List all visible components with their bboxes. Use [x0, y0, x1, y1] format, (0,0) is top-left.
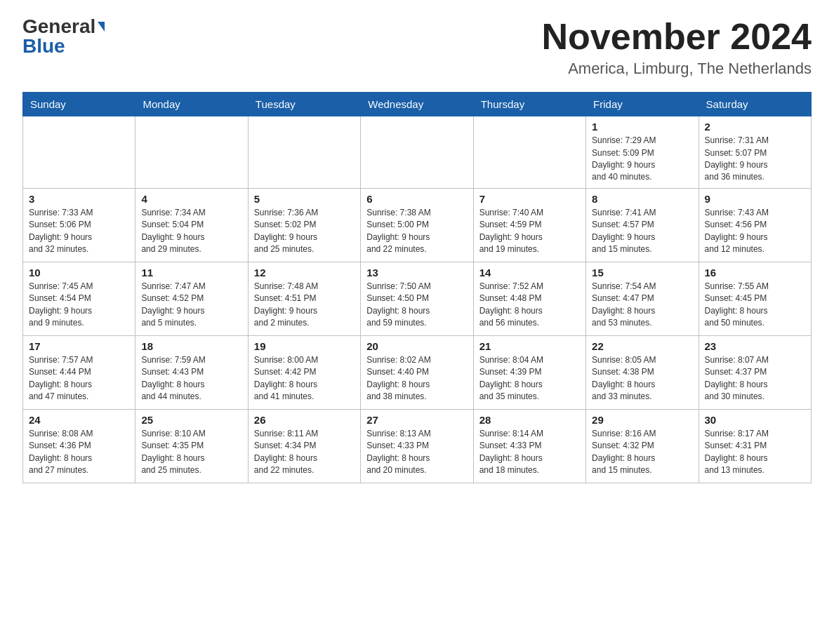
day-number: 28 [479, 414, 580, 426]
calendar-cell: 18Sunrise: 7:59 AM Sunset: 4:43 PM Dayli… [135, 335, 248, 409]
day-info: Sunrise: 8:13 AM Sunset: 4:33 PM Dayligh… [366, 428, 467, 477]
day-number: 4 [141, 193, 241, 205]
day-info: Sunrise: 8:08 AM Sunset: 4:36 PM Dayligh… [29, 428, 129, 477]
day-number: 23 [705, 340, 805, 352]
logo-general-text: General [22, 17, 95, 36]
week-row-1: 1Sunrise: 7:29 AM Sunset: 5:09 PM Daylig… [23, 116, 812, 189]
day-number: 11 [141, 267, 241, 279]
day-info: Sunrise: 8:02 AM Sunset: 4:40 PM Dayligh… [366, 354, 467, 403]
day-number: 9 [705, 193, 805, 205]
location-title: America, Limburg, The Netherlands [542, 60, 812, 78]
day-info: Sunrise: 8:11 AM Sunset: 4:34 PM Dayligh… [254, 428, 355, 477]
day-info: Sunrise: 7:40 AM Sunset: 4:59 PM Dayligh… [479, 207, 580, 256]
calendar-cell: 26Sunrise: 8:11 AM Sunset: 4:34 PM Dayli… [248, 409, 360, 483]
calendar-cell: 11Sunrise: 7:47 AM Sunset: 4:52 PM Dayli… [135, 262, 248, 335]
day-info: Sunrise: 7:57 AM Sunset: 4:44 PM Dayligh… [29, 354, 129, 403]
calendar-cell [248, 116, 360, 189]
calendar-cell: 12Sunrise: 7:48 AM Sunset: 4:51 PM Dayli… [248, 262, 360, 335]
day-info: Sunrise: 7:52 AM Sunset: 4:48 PM Dayligh… [479, 281, 580, 330]
calendar-cell [135, 116, 248, 189]
week-row-2: 3Sunrise: 7:33 AM Sunset: 5:06 PM Daylig… [23, 188, 812, 262]
day-number: 18 [141, 340, 241, 352]
logo-triangle-icon [98, 22, 105, 32]
logo-blue-text: Blue [22, 36, 65, 56]
weekday-header-monday: Monday [135, 93, 248, 116]
day-info: Sunrise: 7:34 AM Sunset: 5:04 PM Dayligh… [141, 207, 241, 256]
calendar-cell: 23Sunrise: 8:07 AM Sunset: 4:37 PM Dayli… [699, 335, 811, 409]
week-row-4: 17Sunrise: 7:57 AM Sunset: 4:44 PM Dayli… [23, 335, 812, 409]
day-number: 29 [592, 414, 692, 426]
weekday-header-saturday: Saturday [699, 93, 811, 116]
calendar-cell: 29Sunrise: 8:16 AM Sunset: 4:32 PM Dayli… [586, 409, 699, 483]
day-number: 24 [29, 414, 129, 426]
day-number: 21 [479, 340, 580, 352]
day-info: Sunrise: 7:45 AM Sunset: 4:54 PM Dayligh… [29, 281, 129, 330]
day-number: 27 [366, 414, 467, 426]
weekday-header-wednesday: Wednesday [361, 93, 473, 116]
calendar-cell: 8Sunrise: 7:41 AM Sunset: 4:57 PM Daylig… [586, 188, 699, 262]
calendar-cell: 19Sunrise: 8:00 AM Sunset: 4:42 PM Dayli… [248, 335, 360, 409]
calendar-cell: 14Sunrise: 7:52 AM Sunset: 4:48 PM Dayli… [473, 262, 585, 335]
calendar-cell: 21Sunrise: 8:04 AM Sunset: 4:39 PM Dayli… [473, 335, 585, 409]
calendar-cell: 27Sunrise: 8:13 AM Sunset: 4:33 PM Dayli… [361, 409, 473, 483]
day-info: Sunrise: 7:47 AM Sunset: 4:52 PM Dayligh… [141, 281, 241, 330]
day-number: 19 [254, 340, 355, 352]
day-info: Sunrise: 7:33 AM Sunset: 5:06 PM Dayligh… [29, 207, 129, 256]
day-info: Sunrise: 7:29 AM Sunset: 5:09 PM Dayligh… [592, 135, 692, 184]
day-number: 12 [254, 267, 355, 279]
calendar-table: SundayMondayTuesdayWednesdayThursdayFrid… [22, 92, 812, 483]
day-info: Sunrise: 8:07 AM Sunset: 4:37 PM Dayligh… [705, 354, 805, 403]
day-info: Sunrise: 7:48 AM Sunset: 4:51 PM Dayligh… [254, 281, 355, 330]
day-number: 3 [29, 193, 129, 205]
calendar-cell: 17Sunrise: 7:57 AM Sunset: 4:44 PM Dayli… [23, 335, 135, 409]
day-info: Sunrise: 8:05 AM Sunset: 4:38 PM Dayligh… [592, 354, 692, 403]
calendar-cell [23, 116, 135, 189]
day-number: 10 [29, 267, 129, 279]
day-info: Sunrise: 7:41 AM Sunset: 4:57 PM Dayligh… [592, 207, 692, 256]
week-row-5: 24Sunrise: 8:08 AM Sunset: 4:36 PM Dayli… [23, 409, 812, 483]
day-info: Sunrise: 8:17 AM Sunset: 4:31 PM Dayligh… [705, 428, 805, 477]
day-number: 20 [366, 340, 467, 352]
calendar-cell: 9Sunrise: 7:43 AM Sunset: 4:56 PM Daylig… [699, 188, 811, 262]
day-number: 22 [592, 340, 692, 352]
weekday-header-friday: Friday [586, 93, 699, 116]
day-number: 13 [366, 267, 467, 279]
calendar-cell: 4Sunrise: 7:34 AM Sunset: 5:04 PM Daylig… [135, 188, 248, 262]
weekday-header-thursday: Thursday [473, 93, 585, 116]
day-number: 5 [254, 193, 355, 205]
weekday-header-row: SundayMondayTuesdayWednesdayThursdayFrid… [23, 93, 812, 116]
day-info: Sunrise: 7:59 AM Sunset: 4:43 PM Dayligh… [141, 354, 241, 403]
day-info: Sunrise: 7:54 AM Sunset: 4:47 PM Dayligh… [592, 281, 692, 330]
week-row-3: 10Sunrise: 7:45 AM Sunset: 4:54 PM Dayli… [23, 262, 812, 335]
calendar-cell: 20Sunrise: 8:02 AM Sunset: 4:40 PM Dayli… [361, 335, 473, 409]
calendar-cell: 5Sunrise: 7:36 AM Sunset: 5:02 PM Daylig… [248, 188, 360, 262]
day-number: 14 [479, 267, 580, 279]
day-number: 25 [141, 414, 241, 426]
day-number: 8 [592, 193, 692, 205]
day-number: 15 [592, 267, 692, 279]
calendar-cell: 1Sunrise: 7:29 AM Sunset: 5:09 PM Daylig… [586, 116, 699, 189]
day-number: 6 [366, 193, 467, 205]
day-info: Sunrise: 8:10 AM Sunset: 4:35 PM Dayligh… [141, 428, 241, 477]
calendar-cell: 3Sunrise: 7:33 AM Sunset: 5:06 PM Daylig… [23, 188, 135, 262]
day-info: Sunrise: 7:43 AM Sunset: 4:56 PM Dayligh… [705, 207, 805, 256]
day-info: Sunrise: 8:14 AM Sunset: 4:33 PM Dayligh… [479, 428, 580, 477]
calendar-cell: 25Sunrise: 8:10 AM Sunset: 4:35 PM Dayli… [135, 409, 248, 483]
calendar-cell: 15Sunrise: 7:54 AM Sunset: 4:47 PM Dayli… [586, 262, 699, 335]
day-info: Sunrise: 7:31 AM Sunset: 5:07 PM Dayligh… [705, 135, 805, 184]
calendar-cell: 28Sunrise: 8:14 AM Sunset: 4:33 PM Dayli… [473, 409, 585, 483]
day-number: 30 [705, 414, 805, 426]
calendar-cell: 16Sunrise: 7:55 AM Sunset: 4:45 PM Dayli… [699, 262, 811, 335]
calendar-cell: 13Sunrise: 7:50 AM Sunset: 4:50 PM Dayli… [361, 262, 473, 335]
month-title: November 2024 [542, 17, 812, 57]
day-info: Sunrise: 7:36 AM Sunset: 5:02 PM Dayligh… [254, 207, 355, 256]
calendar-cell: 7Sunrise: 7:40 AM Sunset: 4:59 PM Daylig… [473, 188, 585, 262]
day-number: 7 [479, 193, 580, 205]
day-info: Sunrise: 8:00 AM Sunset: 4:42 PM Dayligh… [254, 354, 355, 403]
calendar-cell: 22Sunrise: 8:05 AM Sunset: 4:38 PM Dayli… [586, 335, 699, 409]
calendar-cell: 2Sunrise: 7:31 AM Sunset: 5:07 PM Daylig… [699, 116, 811, 189]
calendar-cell: 10Sunrise: 7:45 AM Sunset: 4:54 PM Dayli… [23, 262, 135, 335]
day-number: 26 [254, 414, 355, 426]
day-number: 2 [705, 121, 805, 133]
header: General Blue November 2024 America, Limb… [22, 17, 812, 78]
